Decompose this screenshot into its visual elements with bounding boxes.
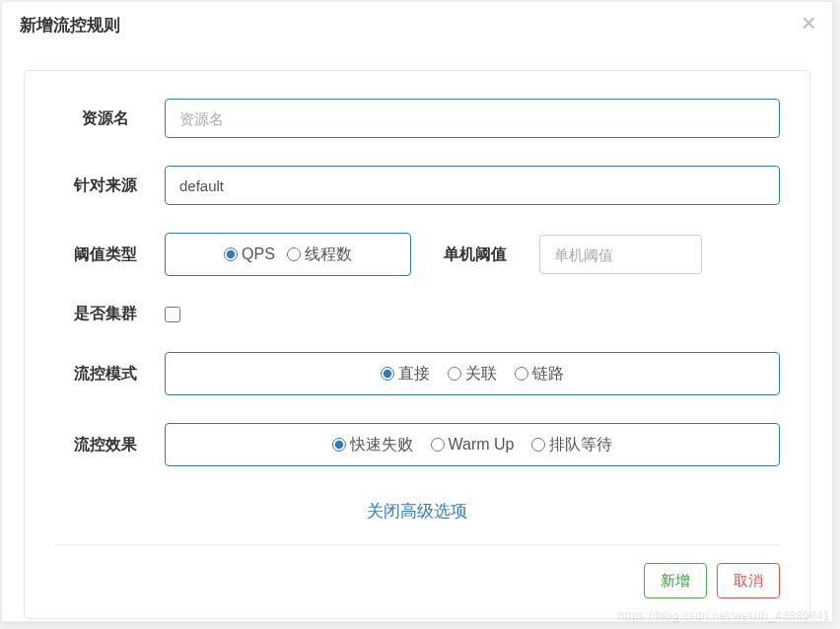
- watermark-text: https://blog.csdn.net/weixin_43889841: [618, 609, 830, 623]
- effect-group: 快速失败 Warm Up 排队等待: [165, 423, 780, 466]
- radio-effect-failfast-label: 快速失败: [350, 435, 413, 455]
- radio-effect-queue-label: 排队等待: [549, 435, 612, 455]
- radio-effect-warmup-label: Warm Up: [449, 436, 515, 454]
- modal-header: 新增流控规则 ×: [2, 2, 832, 46]
- row-effect: 流控效果 快速失败 Warm Up 排队等待: [54, 423, 780, 466]
- modal-footer: 新增 取消: [54, 545, 780, 598]
- label-cluster: 是否集群: [54, 304, 165, 324]
- label-threshold-value: 单机阈值: [411, 245, 539, 265]
- label-source: 针对来源: [54, 175, 165, 196]
- radio-mode-relate[interactable]: 关联: [448, 364, 497, 384]
- radio-mode-direct[interactable]: 直接: [381, 364, 430, 384]
- modal-title: 新增流控规则: [20, 14, 814, 36]
- threshold-type-group: QPS 线程数: [165, 233, 411, 276]
- row-cluster: 是否集群: [54, 304, 780, 324]
- radio-effect-queue-input[interactable]: [531, 438, 545, 452]
- row-threshold: 阈值类型 QPS 线程数 单机阈值: [54, 233, 780, 276]
- radio-mode-direct-input[interactable]: [381, 367, 394, 381]
- modal-dialog: 新增流控规则 × 资源名 针对来源 阈值类型: [1, 1, 833, 622]
- submit-button[interactable]: 新增: [644, 563, 707, 598]
- form-panel: 资源名 针对来源 阈值类型 QPS: [24, 70, 810, 619]
- advanced-toggle-row: 关闭高级选项: [54, 500, 780, 523]
- radio-effect-warmup[interactable]: Warm Up: [431, 436, 515, 454]
- radio-effect-warmup-input[interactable]: [431, 438, 445, 452]
- row-source: 针对来源: [54, 166, 780, 205]
- radio-qps-label: QPS: [242, 245, 275, 263]
- radio-mode-chain-label: 链路: [532, 364, 564, 384]
- radio-effect-failfast[interactable]: 快速失败: [332, 435, 413, 455]
- label-resource: 资源名: [54, 108, 165, 129]
- label-effect: 流控效果: [54, 435, 165, 455]
- radio-mode-chain-input[interactable]: [515, 367, 528, 381]
- radio-mode-relate-label: 关联: [465, 364, 497, 384]
- row-resource: 资源名: [54, 99, 780, 138]
- radio-mode-direct-label: 直接: [398, 364, 430, 384]
- radio-threads-input[interactable]: [287, 247, 301, 261]
- radio-qps-input[interactable]: [224, 247, 238, 261]
- radio-threads-label: 线程数: [305, 245, 352, 265]
- mode-group: 直接 关联 链路: [165, 352, 780, 395]
- modal-body: 资源名 针对来源 阈值类型 QPS: [2, 46, 832, 629]
- cancel-button[interactable]: 取消: [717, 563, 780, 598]
- close-icon[interactable]: ×: [802, 10, 816, 35]
- cluster-checkbox[interactable]: [165, 307, 180, 322]
- threshold-value-input[interactable]: [539, 235, 702, 274]
- source-input[interactable]: [165, 166, 780, 205]
- radio-qps[interactable]: QPS: [224, 245, 275, 263]
- label-threshold-type: 阈值类型: [54, 245, 165, 265]
- radio-mode-relate-input[interactable]: [448, 367, 461, 381]
- label-mode: 流控模式: [54, 364, 165, 384]
- row-mode: 流控模式 直接 关联 链路: [54, 352, 780, 395]
- radio-threads[interactable]: 线程数: [287, 245, 352, 265]
- radio-effect-queue[interactable]: 排队等待: [531, 435, 612, 455]
- radio-mode-chain[interactable]: 链路: [515, 364, 564, 384]
- advanced-toggle-link[interactable]: 关闭高级选项: [367, 502, 467, 521]
- resource-input[interactable]: [165, 99, 780, 138]
- radio-effect-failfast-input[interactable]: [332, 438, 346, 452]
